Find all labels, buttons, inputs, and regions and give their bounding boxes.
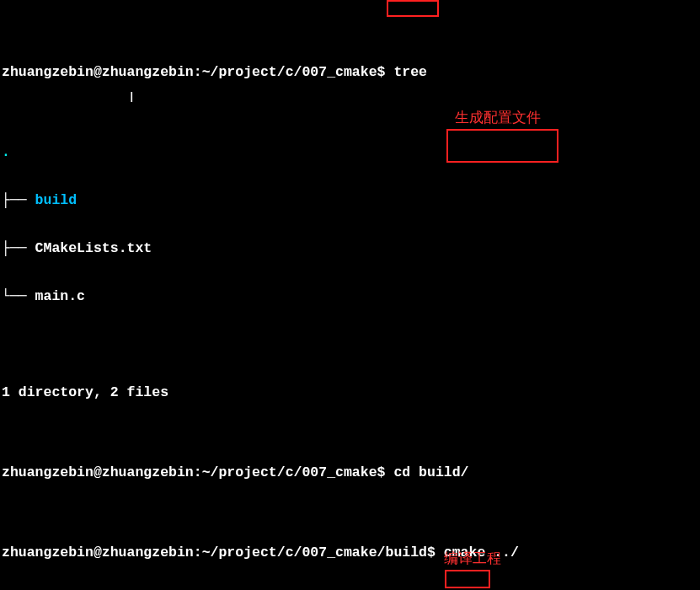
- shell-prompt: zhuangzebin@zhuangzebin:~/project/c/007_…: [2, 64, 393, 80]
- terminal[interactable]: zhuangzebin@zhuangzebin:~/project/c/007_…: [0, 0, 700, 590]
- tree-root: .: [2, 144, 10, 160]
- tree-branch: └──: [2, 288, 35, 304]
- tree-file: main.c: [35, 288, 85, 304]
- command-text: cmake ../: [444, 544, 519, 560]
- shell-prompt: zhuangzebin@zhuangzebin:~/project/c/007_…: [2, 544, 444, 560]
- terminal-line: ├── CMakeLists.txt: [2, 240, 698, 256]
- shell-prompt: zhuangzebin@zhuangzebin:~/project/c/007_…: [2, 464, 393, 480]
- terminal-line: [2, 336, 698, 352]
- tree-dir: build: [35, 192, 77, 208]
- command-text: tree: [393, 64, 427, 80]
- terminal-line: zhuangzebin@zhuangzebin:~/project/c/007_…: [2, 64, 698, 80]
- terminal-line: zhuangzebin@zhuangzebin:~/project/c/007_…: [2, 464, 698, 480]
- highlight-box-tree: [387, 0, 439, 17]
- terminal-line: .: [2, 144, 698, 160]
- terminal-line: └── main.c: [2, 288, 698, 304]
- tree-branch: ├──: [2, 192, 35, 208]
- terminal-line: 1 directory, 2 files: [2, 384, 698, 400]
- terminal-line: zhuangzebin@zhuangzebin:~/project/c/007_…: [2, 544, 698, 560]
- tree-summary: 1 directory, 2 files: [2, 384, 168, 400]
- tree-branch: ├──: [2, 240, 35, 256]
- tree-file: CMakeLists.txt: [35, 240, 152, 256]
- terminal-line: ├── build: [2, 192, 698, 208]
- highlight-box-make: [445, 570, 490, 588]
- command-text: cd build/: [393, 464, 468, 480]
- text-cursor-icon: I: [130, 89, 134, 105]
- annotation-config: 生成配置文件: [455, 110, 541, 126]
